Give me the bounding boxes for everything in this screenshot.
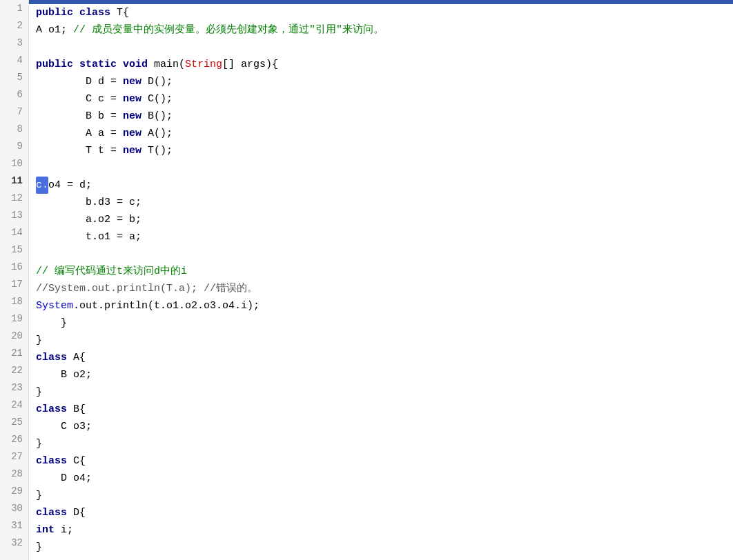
code-line-11: ▶ c.o4 = d; — [36, 177, 733, 194]
line-number-13: 13 — [0, 207, 23, 224]
code-line-23: } — [36, 383, 733, 401]
code-line-10 — [36, 159, 733, 177]
line-number-3: 3 — [0, 34, 23, 52]
line-number-32: 32 — [0, 534, 23, 552]
line-number-25: 25 — [0, 414, 23, 431]
code-line-26: } — [36, 435, 733, 452]
code-line-24: class B{ — [36, 401, 733, 418]
code-line-6: C c = new C(); — [36, 90, 733, 108]
code-line-27: class C{ — [36, 452, 733, 470]
line-number-5: 5 — [0, 69, 23, 86]
line-number-15: 15 — [0, 241, 23, 259]
code-line-18: System.out.println(t.o1.o2.o3.o4.i); — [36, 297, 733, 314]
code-line-29: } — [36, 487, 733, 504]
line-number-4: 4 — [0, 52, 23, 69]
line-number-18: 18 — [0, 293, 23, 310]
code-line-22: B o2; — [36, 366, 733, 383]
line-number-29: 29 — [0, 483, 23, 500]
selected-text: c. — [36, 177, 48, 194]
line-number-9: 9 — [0, 138, 23, 155]
line-number-12: 12 — [0, 190, 23, 207]
code-line-20: } — [36, 332, 733, 349]
line-number-27: 27 — [0, 448, 23, 466]
line-numbers: 1234567891011121314151617181920212223242… — [0, 0, 29, 560]
line-number-24: 24 — [0, 397, 23, 414]
code-line-17: //System.out.println(T.a); //错误的。 — [36, 280, 733, 297]
line-number-17: 17 — [0, 276, 23, 293]
line-number-21: 21 — [0, 345, 23, 362]
line-number-30: 30 — [0, 500, 23, 517]
line-number-1: 1 — [0, 0, 23, 17]
code-line-5: D d = new D(); — [36, 73, 733, 90]
code-line-16: // 编写代码通过t来访问d中的i — [36, 263, 733, 280]
code-line-13: a.o2 = b; — [36, 211, 733, 228]
line-number-16: 16 — [0, 259, 23, 276]
code-line-8: A a = new A(); — [36, 125, 733, 142]
line-number-31: 31 — [0, 517, 23, 534]
code-line-28: D o4; — [36, 470, 733, 487]
code-line-31: int i; — [36, 521, 733, 539]
line-number-8: 8 — [0, 121, 23, 138]
line-number-28: 28 — [0, 466, 23, 483]
line-number-7: 7 — [0, 103, 23, 121]
code-line-1: public class T{ — [36, 0, 733, 21]
code-line-7: B b = new B(); — [36, 108, 733, 125]
code-line-4: public static void main(String[] args){ — [36, 56, 733, 73]
line-number-19: 19 — [0, 310, 23, 328]
line-number-20: 20 — [0, 328, 23, 345]
code-line-30: class D{ — [36, 504, 733, 521]
code-area[interactable]: public class T{ A o1; // 成员变量中的实例变量。必须先创… — [29, 0, 733, 560]
code-line-12: b.d3 = c; — [36, 194, 733, 211]
line-number-22: 22 — [0, 362, 23, 379]
code-editor: 1234567891011121314151617181920212223242… — [0, 0, 733, 560]
line-number-11: 11 — [0, 172, 23, 190]
line-number-6: 6 — [0, 86, 23, 103]
code-line-19: } — [36, 314, 733, 332]
code-line-9: T t = new T(); — [36, 142, 733, 159]
code-line-15 — [36, 246, 733, 263]
line-number-14: 14 — [0, 224, 23, 241]
code-line-21: class A{ — [36, 349, 733, 366]
line-number-26: 26 — [0, 431, 23, 448]
line-number-2: 2 — [0, 17, 23, 34]
code-line-25: C o3; — [36, 418, 733, 435]
code-line-14: t.o1 = a; — [36, 228, 733, 246]
code-line-3 — [36, 39, 733, 56]
line-number-23: 23 — [0, 379, 23, 397]
line-number-10: 10 — [0, 155, 23, 172]
code-line-32: } — [36, 539, 733, 556]
code-line-2: A o1; // 成员变量中的实例变量。必须先创建对象，通过"引用"来访问。 — [36, 21, 733, 39]
